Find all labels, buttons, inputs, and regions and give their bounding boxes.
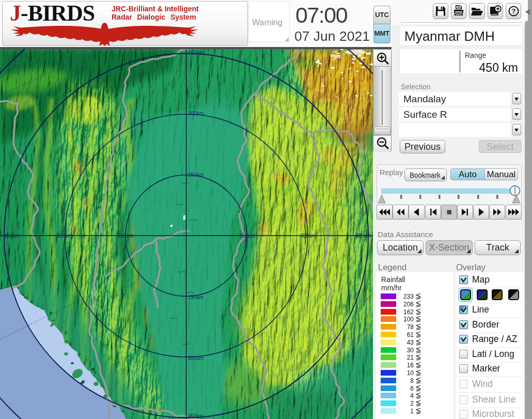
svg-text:300km: 300km (188, 111, 204, 116)
svg-text:150km: 150km (239, 233, 255, 239)
svg-text:?: ? (512, 7, 516, 15)
svg-text:450km: 450km (4, 233, 19, 239)
svg-text:450km: 450km (355, 233, 371, 239)
svg-text:450km: 450km (188, 413, 204, 419)
svg-text:150km: 150km (188, 172, 204, 178)
svg-text:300km: 300km (57, 233, 72, 239)
svg-text:150km: 150km (118, 233, 133, 239)
svg-text:150km: 150km (188, 294, 204, 300)
svg-text:300km: 300km (300, 233, 316, 239)
svg-text:450km: 450km (188, 50, 204, 56)
svg-text:300km: 300km (188, 355, 204, 361)
